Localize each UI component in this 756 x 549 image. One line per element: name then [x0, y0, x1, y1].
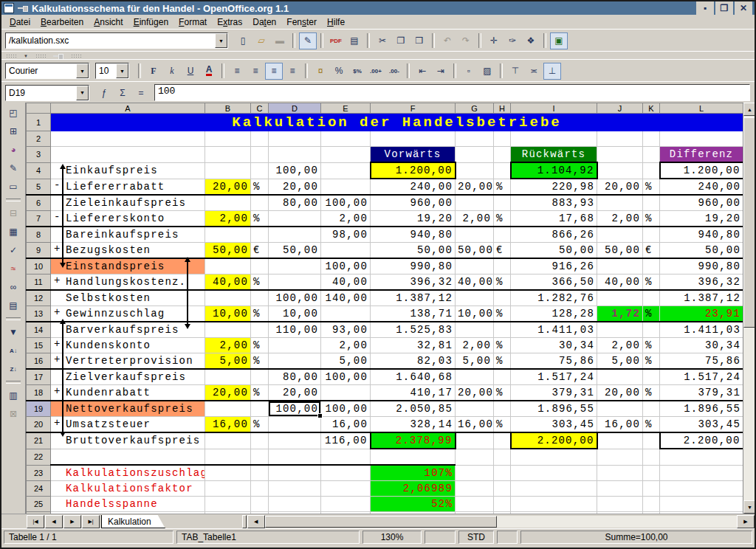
cell-A6[interactable]: Zieleinkaufspreis	[51, 195, 205, 211]
cell-C12[interactable]	[251, 290, 269, 306]
cell-G25[interactable]	[456, 497, 494, 512]
cell-E15[interactable]: 2,00	[321, 338, 371, 353]
cell-A4[interactable]: Einkaufspreis	[51, 162, 205, 179]
cell-C17[interactable]	[251, 369, 269, 385]
cell-E3[interactable]	[321, 147, 371, 163]
cell-C8[interactable]	[251, 227, 269, 243]
cell-E10[interactable]: 100,00	[321, 258, 371, 274]
row-header-16[interactable]: 16	[27, 353, 51, 370]
cell-A21[interactable]: Bruttoverkaufspreis	[51, 432, 205, 449]
toolbar-grip[interactable]	[6, 54, 16, 58]
cell-A18[interactable]: +Kundenrabatt	[51, 385, 205, 401]
cell-D4[interactable]: 100,00	[269, 162, 321, 179]
delete-decimal-button[interactable]: .00-	[385, 63, 403, 80]
cell-C5[interactable]: %	[251, 179, 269, 195]
cell-F22[interactable]	[371, 449, 456, 465]
previous-sheet-button[interactable]: ◀	[45, 515, 63, 528]
cell-H4[interactable]	[494, 162, 511, 179]
cell-B4[interactable]	[205, 162, 251, 179]
row-header-22[interactable]: 22	[27, 449, 51, 465]
cell-K22[interactable]	[643, 449, 660, 465]
cell-D10[interactable]	[269, 258, 321, 274]
cell-L9[interactable]: 50,00	[660, 243, 743, 259]
autofilter-icon[interactable]: ▼	[4, 323, 23, 341]
cell-B21[interactable]	[205, 432, 251, 449]
cell-F13[interactable]: 138,71	[371, 306, 456, 322]
cell-G5[interactable]: 20,00	[456, 179, 494, 195]
cell-H12[interactable]	[494, 290, 511, 306]
cell-I17[interactable]: 1.517,24	[511, 369, 597, 385]
data-sources-icon[interactable]: ▤	[4, 297, 23, 314]
column-header-K[interactable]: K	[643, 103, 660, 114]
menu-extras[interactable]: Extras	[212, 15, 247, 29]
cell-F16[interactable]: 82,03	[371, 353, 456, 370]
cell-C16[interactable]: %	[251, 353, 269, 370]
cell-K5[interactable]: %	[643, 179, 660, 195]
cell-A13[interactable]: +Gewinnzuschlag	[51, 306, 205, 322]
column-header-C[interactable]: C	[251, 103, 269, 114]
status-selection-mode[interactable]: STD	[458, 531, 494, 544]
cell-K3[interactable]	[643, 147, 660, 163]
cell-F9[interactable]: 50,00	[371, 243, 456, 259]
cell-A2[interactable]	[51, 131, 205, 147]
font-name-dropdown-icon[interactable]: ▼	[76, 63, 89, 78]
cell-B18[interactable]: 20,00	[205, 385, 251, 401]
cell-L13[interactable]: 23,91	[660, 306, 743, 322]
cell-H15[interactable]: %	[494, 338, 511, 353]
cell-B17[interactable]	[205, 369, 251, 385]
cell-I5[interactable]: 220,98	[511, 179, 597, 195]
column-header-D[interactable]: D	[269, 103, 321, 114]
cell-A23[interactable]: Kalkulationszuschlag	[51, 465, 205, 481]
equals-icon[interactable]: =	[132, 84, 150, 101]
cell-J20[interactable]: 16,00	[597, 417, 643, 433]
cut-icon[interactable]: ✂	[374, 32, 391, 49]
scroll-down-icon[interactable]: ▼	[743, 500, 756, 514]
cell-A22[interactable]	[51, 449, 205, 465]
column-header-G[interactable]: G	[456, 103, 494, 114]
sheet-title-cell[interactable]: Kalkulation der Handelsbetriebe	[51, 114, 743, 131]
cell-J8[interactable]	[597, 227, 643, 243]
cell-H25[interactable]	[494, 497, 511, 512]
row-header-9[interactable]: 9	[27, 243, 51, 259]
row-header-5[interactable]: 5	[27, 179, 51, 195]
cell-K17[interactable]	[643, 369, 660, 385]
cell-C7[interactable]: %	[251, 211, 269, 227]
cell-L6[interactable]: 960,00	[660, 195, 743, 211]
column-header-H[interactable]: H	[494, 103, 511, 114]
cell-C9[interactable]: €	[251, 243, 269, 259]
vertical-scrollbar[interactable]: ▲ ▼	[743, 103, 756, 514]
cell-G6[interactable]	[456, 195, 494, 211]
cell-K15[interactable]: %	[643, 338, 660, 353]
toolbar-grip[interactable]	[71, 54, 81, 58]
cell-J24[interactable]	[597, 481, 643, 497]
cell-K6[interactable]	[643, 195, 660, 211]
cell-B24[interactable]	[205, 481, 251, 497]
cell-A11[interactable]: +Handlungskostenz.	[51, 274, 205, 291]
row-header-13[interactable]: 13	[27, 306, 51, 322]
column-header-E[interactable]: E	[321, 103, 371, 114]
font-size-combobox[interactable]: 10 ▼	[95, 63, 129, 79]
cell-F15[interactable]: 32,81	[371, 338, 456, 353]
menu-hilfe[interactable]: Hilfe	[322, 15, 350, 29]
cell-G12[interactable]	[456, 290, 494, 306]
cell-I16[interactable]: 75,86	[511, 353, 597, 370]
cell-J14[interactable]	[597, 322, 643, 338]
row-header-25[interactable]: 25	[27, 497, 51, 512]
cell-L17[interactable]: 1.517,24	[660, 369, 743, 385]
cell-I13[interactable]: 128,28	[511, 306, 597, 322]
cell-H8[interactable]	[494, 227, 511, 243]
cell-B5[interactable]: 20,00	[205, 179, 251, 195]
pin-icon[interactable]	[18, 5, 28, 11]
cell-K14[interactable]	[643, 322, 660, 338]
cell-A3[interactable]	[51, 147, 205, 163]
cell-F25[interactable]: 52%	[371, 497, 456, 512]
cell-E7[interactable]: 2,00	[321, 211, 371, 227]
cell-A7[interactable]: -Liefererskonto	[51, 211, 205, 227]
cell-L21[interactable]: 2.200,00	[660, 432, 743, 449]
cell-E8[interactable]: 98,00	[321, 227, 371, 243]
cell-B2[interactable]	[205, 131, 251, 147]
toolbar-grip[interactable]	[35, 54, 46, 58]
horizontal-scroll-thumb[interactable]	[265, 516, 497, 528]
cell-F6[interactable]: 960,00	[371, 195, 456, 211]
cell-H9[interactable]: €	[494, 243, 511, 259]
